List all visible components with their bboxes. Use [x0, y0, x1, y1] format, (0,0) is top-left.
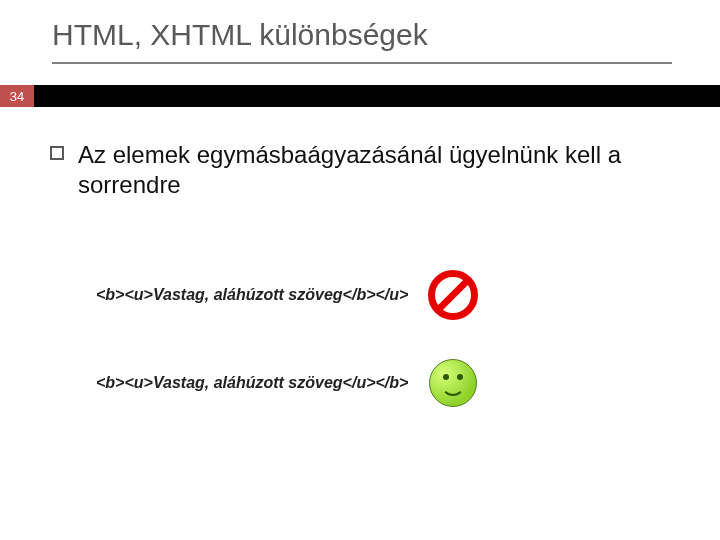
smile-icon — [426, 356, 480, 410]
prohibited-icon — [426, 268, 480, 322]
slide-number: 34 — [0, 85, 34, 107]
slide-title: HTML, XHTML különbségek — [52, 18, 428, 52]
title-underline — [52, 62, 672, 64]
bullet-text: Az elemek egymásbaágyazásánál ügyelnünk … — [78, 140, 670, 200]
code-example-text: <b><u>Vastag, aláhúzott szöveg</u></b> — [96, 374, 408, 392]
bullet-icon — [50, 146, 64, 160]
code-example-text: <b><u>Vastag, aláhúzott szöveg</b></u> — [96, 286, 408, 304]
header-bar-fill — [34, 85, 720, 107]
header-bar: 34 — [0, 85, 720, 107]
code-example-valid: <b><u>Vastag, aláhúzott szöveg</u></b> — [96, 356, 480, 410]
bullet-item: Az elemek egymásbaágyazásánál ügyelnünk … — [50, 140, 670, 200]
code-example-invalid: <b><u>Vastag, aláhúzott szöveg</b></u> — [96, 268, 480, 322]
